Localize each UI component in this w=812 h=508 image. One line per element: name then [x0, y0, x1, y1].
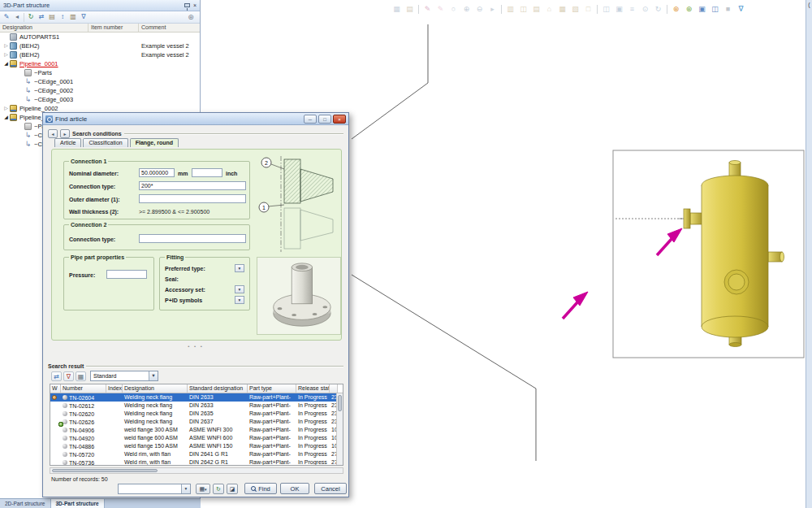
right-dock-strip[interactable]: ( [806, 0, 812, 508]
expand-icon[interactable]: ▷ [2, 41, 10, 50]
tab-classification[interactable]: Classification [83, 138, 127, 147]
tree-item[interactable]: ↳~CEdge_0002 [0, 86, 200, 95]
result-row[interactable]: TN-04886weld flange 150 ASMASME WNFI 150… [50, 442, 343, 450]
scrollbar-thumb[interactable] [52, 469, 158, 472]
back-icon[interactable]: ◂ [12, 12, 22, 22]
ok-button[interactable]: OK [280, 483, 309, 494]
column-header[interactable]: Part type [248, 384, 296, 393]
nominal-diameter-inch-input[interactable] [192, 168, 222, 177]
splitter-grip[interactable]: • • • [43, 344, 348, 349]
column-header[interactable]: Standard designation [188, 384, 248, 393]
panel-titlebar[interactable]: 3D-Part structure × [0, 0, 200, 11]
accessory-set-dropdown[interactable]: ▾ [235, 285, 244, 293]
column-header[interactable]: Index [106, 384, 123, 393]
result-row[interactable]: TN-05736Weld rim, with flanDIN 2642 G R1… [50, 458, 343, 466]
result-row[interactable]: TN-02604Welding neck flangDIN 2633Raw-pa… [50, 393, 343, 402]
column-comment[interactable]: Comment [139, 24, 200, 32]
nominal-diameter-mm-input[interactable] [139, 168, 175, 177]
target-icon[interactable]: ⊙ [640, 3, 650, 15]
chevron-down-icon[interactable]: ▼ [149, 371, 158, 380]
zoom-in-icon[interactable]: ⊕ [461, 3, 472, 15]
pipeline-edge[interactable] [352, 24, 536, 461]
preferred-type-dropdown[interactable]: ▾ [235, 264, 244, 272]
cancel-button[interactable]: Cancel [314, 483, 347, 494]
next-condition-button[interactable]: ▸ [60, 129, 70, 138]
horizontal-scrollbar[interactable] [50, 467, 343, 474]
scrollbar-thumb[interactable] [338, 395, 342, 411]
result-row[interactable]: TN-02620Welding neck flangDIN 2635Raw-pa… [50, 410, 343, 418]
catalog-icon[interactable]: ▥ [505, 3, 516, 15]
pan-icon[interactable]: ▸ [487, 3, 498, 15]
result-row[interactable]: TN-02612Welding neck flangDIN 2633Raw-pa… [50, 402, 343, 410]
window-icon[interactable]: ◫ [601, 3, 611, 15]
column-designation[interactable]: Designation [0, 24, 89, 32]
gear-icon[interactable]: ⊛ [186, 12, 196, 22]
find-article-dialog[interactable]: Find article ─ □ × ◂ ▸ Search conditions… [42, 112, 349, 497]
refresh-icon[interactable]: ↻ [26, 12, 36, 22]
tree-item[interactable]: ↳~CEdge_0003 [0, 95, 200, 104]
list-icon[interactable]: ▤ [47, 12, 57, 22]
find-button[interactable]: Find [244, 483, 277, 494]
hatch-icon[interactable]: ▧ [570, 3, 581, 15]
frame-icon[interactable]: □ [583, 3, 594, 15]
result-row[interactable]: TN-02626Welding neck flangDIN 2637Raw-pa… [50, 418, 343, 426]
library-icon[interactable]: ◫ [518, 3, 529, 15]
vessel-3d-model[interactable] [679, 161, 784, 347]
gear-green-icon[interactable]: ⊛ [684, 3, 694, 15]
panel-blue-icon[interactable]: ▣ [697, 3, 707, 15]
sync-icon[interactable]: ⇄ [37, 12, 46, 22]
standard-combo[interactable]: Standard ▼ [90, 371, 158, 381]
tree-item[interactable]: ~Parts [0, 68, 200, 77]
column-item-number[interactable]: Item number [89, 24, 139, 32]
sheet-icon[interactable]: ▤ [404, 3, 415, 15]
collapse-icon[interactable]: ◢ [2, 113, 10, 122]
tree-item[interactable]: AUTOPARTS1 [0, 33, 200, 41]
sync-icon[interactable]: ⇄ [51, 371, 62, 381]
columns-icon[interactable]: ▥ [68, 12, 78, 22]
flange-connection-point[interactable] [684, 209, 690, 228]
column-header[interactable]: W [50, 384, 61, 393]
result-row[interactable]: TN-04906weld flange 300 ASMASME WNFI 300… [50, 426, 343, 434]
vertical-scrollbar[interactable] [336, 393, 343, 465]
column-header[interactable] [330, 384, 338, 393]
filter-funnel-icon[interactable]: ∇ [736, 3, 746, 15]
list-icon[interactable]: ≡ [627, 3, 637, 15]
edit-pen-icon[interactable]: ✎ [435, 3, 446, 15]
column-header[interactable]: Release status [296, 384, 330, 393]
chevron-down-icon[interactable]: ▾ [181, 484, 190, 493]
close-button[interactable]: × [333, 115, 346, 124]
tree-item[interactable]: ◢Pipeline_0001 [0, 59, 200, 68]
edit-pen-icon[interactable]: ✎ [2, 12, 11, 22]
prev-condition-button[interactable]: ◂ [48, 129, 58, 138]
tree-item[interactable]: ▷(BEH2)Example vessel 2 [0, 41, 200, 50]
table-icon[interactable]: ▦ [557, 3, 568, 15]
minimize-button[interactable]: ─ [304, 115, 317, 124]
connection2-type-input[interactable] [139, 234, 246, 243]
close-icon[interactable]: × [193, 2, 197, 10]
stop-gray-icon[interactable]: ■ [723, 3, 733, 15]
zoom-out-icon[interactable]: ⊖ [474, 3, 485, 15]
panel-light-icon[interactable]: ◫ [710, 3, 720, 15]
refresh-button[interactable]: ↻ [213, 484, 224, 494]
expand-icon[interactable]: ▷ [2, 50, 10, 59]
pid-symbols-dropdown[interactable]: ▾ [235, 296, 244, 304]
snap-grid-icon[interactable]: ▦ [391, 3, 402, 15]
collapse-icon[interactable]: ◢ [2, 59, 10, 68]
home-icon[interactable]: ⌂ [544, 3, 555, 15]
favorites-combo[interactable]: ▾ [118, 484, 191, 494]
draw-pen-icon[interactable]: ✎ [422, 3, 433, 15]
vessel-flange-stub[interactable] [690, 213, 703, 224]
tab-3d-part-structure[interactable]: 3D-Part structure [51, 499, 105, 508]
column-header[interactable]: Number [61, 384, 106, 393]
filter-icon[interactable]: ∇ [63, 371, 74, 381]
dialog-titlebar[interactable]: Find article ─ □ × [43, 113, 348, 125]
filter-icon[interactable]: ∇ [79, 12, 89, 22]
expand-icon[interactable]: ▷ [2, 104, 10, 113]
tab-flange-round[interactable]: Flange, round [130, 138, 179, 147]
gear-orange-icon[interactable]: ⊛ [671, 3, 681, 15]
grid-icon[interactable]: ▦ [76, 371, 86, 381]
result-row[interactable]: TN-05720Weld rim, with flanDIN 2641 G R1… [50, 450, 343, 458]
tab-2d-part-structure[interactable]: 2D-Part structure [0, 499, 51, 508]
partslist-icon[interactable]: ▤ [531, 3, 542, 15]
tree-item[interactable]: ↳~CEdge_0001 [0, 77, 200, 86]
